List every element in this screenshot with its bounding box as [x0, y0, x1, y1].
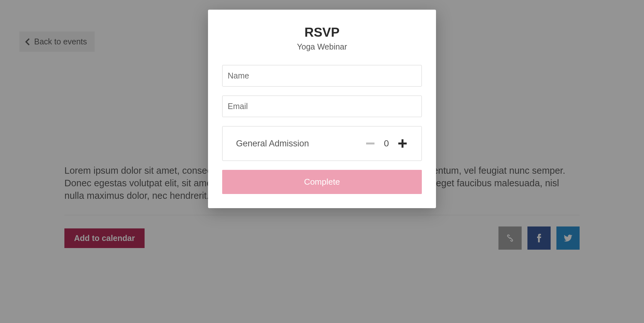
admission-label: General Admission [236, 139, 309, 149]
admission-box: General Admission 0 [222, 126, 422, 161]
svg-rect-0 [366, 143, 374, 144]
rsvp-modal: RSVP Yoga Webinar General Admission 0 Co… [208, 10, 436, 208]
modal-title: RSVP [222, 25, 422, 40]
decrement-button[interactable] [365, 141, 376, 146]
name-input[interactable] [222, 65, 422, 87]
modal-subtitle: Yoga Webinar [222, 42, 422, 51]
quantity-stepper: 0 [365, 138, 408, 149]
quantity-value: 0 [384, 138, 389, 149]
email-input[interactable] [222, 96, 422, 117]
svg-rect-2 [398, 143, 407, 144]
increment-button[interactable] [397, 138, 408, 149]
complete-button[interactable]: Complete [222, 170, 422, 194]
modal-overlay[interactable]: RSVP Yoga Webinar General Admission 0 Co… [0, 0, 644, 323]
minus-icon [366, 143, 374, 144]
plus-icon [398, 139, 407, 148]
